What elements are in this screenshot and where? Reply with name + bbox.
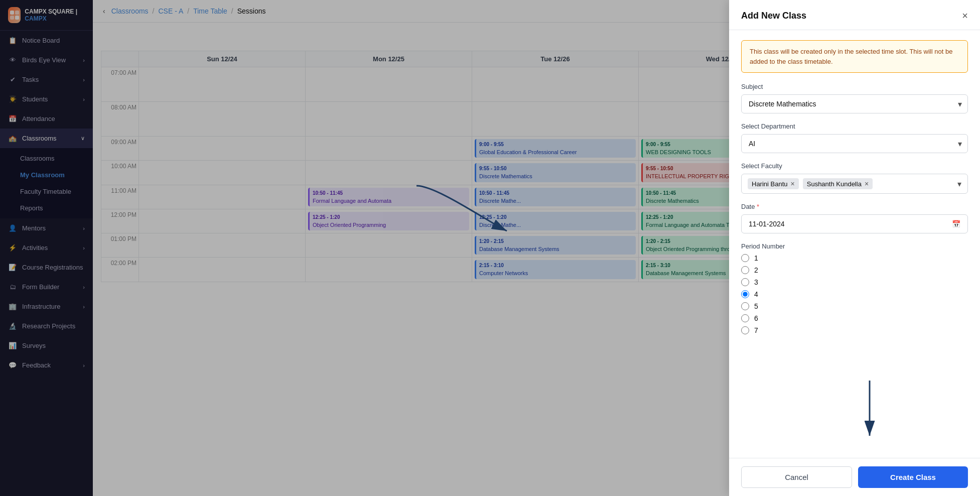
modal-footer: Cancel Create Class	[729, 458, 980, 496]
faculty-field-group: Select Faculty Harini Bantu × Sushanth K…	[741, 162, 968, 194]
faculty-label: Select Faculty	[741, 162, 968, 170]
modal-title: Add New Class	[741, 11, 806, 21]
department-value: AI	[749, 140, 755, 148]
date-field-group: Date * 11-01-2024 📅	[741, 203, 968, 233]
required-indicator: *	[757, 203, 759, 210]
modal-body: This class will be created only in the s…	[729, 30, 980, 458]
period-label-7: 7	[754, 326, 758, 334]
period-option-1: 1	[741, 254, 968, 262]
period-option-6: 6	[741, 314, 968, 322]
add-new-class-modal: Add New Class × This class will be creat…	[729, 0, 980, 496]
faculty-tag-sushanth: Sushanth Kundella ×	[803, 178, 873, 189]
period-radio-4[interactable]	[741, 290, 749, 298]
modal-close-button[interactable]: ×	[962, 10, 968, 22]
department-label: Select Department	[741, 122, 968, 130]
period-label-6: 6	[754, 314, 758, 322]
subject-field-group: Subject Discrete Mathematics	[741, 83, 968, 113]
period-radio-7[interactable]	[741, 326, 749, 334]
subject-select[interactable]: Discrete Mathematics	[741, 94, 968, 113]
period-radio-6[interactable]	[741, 314, 749, 322]
period-option-3: 3	[741, 278, 968, 286]
cancel-button[interactable]: Cancel	[741, 466, 852, 488]
period-label: Period Number	[741, 242, 968, 250]
period-label-3: 3	[754, 278, 758, 286]
period-radio-5[interactable]	[741, 302, 749, 310]
modal-overlay[interactable]: Add New Class × This class will be creat…	[0, 0, 980, 496]
department-select-wrapper: AI	[741, 134, 968, 153]
subject-label: Subject	[741, 83, 968, 90]
period-label-2: 2	[754, 266, 758, 274]
faculty-tag-label: Sushanth Kundella	[807, 180, 862, 188]
date-value: 11-01-2024	[749, 220, 785, 228]
period-option-4: 4	[741, 290, 968, 298]
faculty-select[interactable]: Harini Bantu × Sushanth Kundella × ▾	[741, 174, 968, 194]
faculty-tag-harini: Harini Bantu ×	[748, 178, 799, 189]
period-radio-3[interactable]	[741, 278, 749, 286]
subject-value: Discrete Mathematics	[749, 100, 816, 108]
faculty-tag-label: Harini Bantu	[752, 180, 788, 188]
modal-header: Add New Class ×	[729, 0, 980, 30]
period-label-5: 5	[754, 302, 758, 310]
period-option-2: 2	[741, 266, 968, 274]
remove-faculty-sushanth[interactable]: ×	[865, 180, 869, 188]
remove-faculty-harini[interactable]: ×	[791, 180, 795, 188]
period-radio-1[interactable]	[741, 254, 749, 262]
department-select[interactable]: AI	[741, 134, 968, 153]
date-label: Date *	[741, 203, 968, 210]
department-field-group: Select Department AI	[741, 122, 968, 153]
period-field-group: Period Number 1 2 3 4	[741, 242, 968, 334]
calendar-icon: 📅	[952, 220, 960, 228]
chevron-down-icon: ▾	[957, 179, 961, 189]
subject-select-wrapper: Discrete Mathematics	[741, 94, 968, 113]
period-option-5: 5	[741, 302, 968, 310]
period-radio-2[interactable]	[741, 266, 749, 274]
create-class-button[interactable]: Create Class	[858, 466, 968, 488]
period-label-1: 1	[754, 254, 758, 262]
info-banner: This class will be created only in the s…	[741, 40, 968, 73]
period-label-4: 4	[754, 290, 758, 298]
period-option-7: 7	[741, 326, 968, 334]
date-input[interactable]: 11-01-2024 📅	[741, 214, 968, 233]
